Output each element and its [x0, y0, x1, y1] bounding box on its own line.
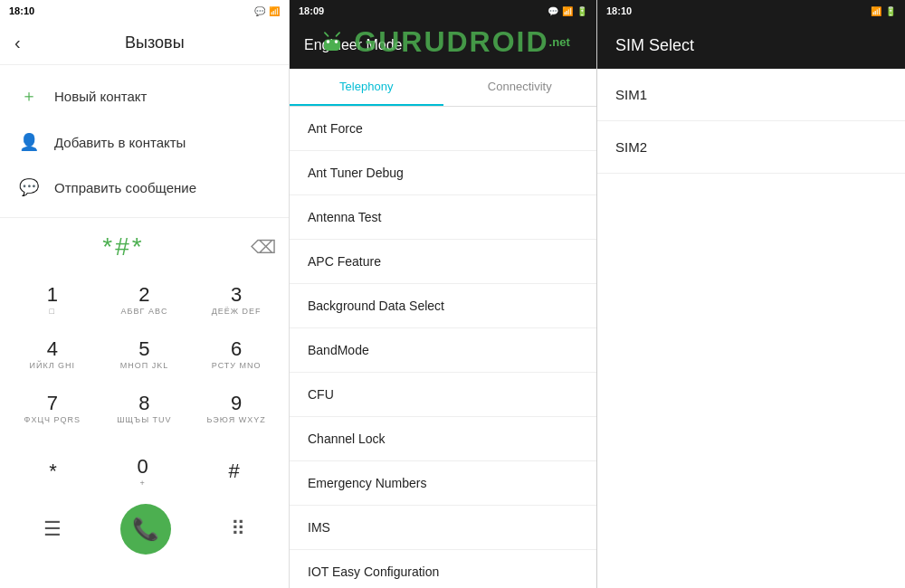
back-button[interactable]: ‹	[14, 33, 21, 53]
battery-icon3: 🔋	[885, 6, 896, 16]
list-item[interactable]: Antenna Test	[290, 195, 596, 240]
dial-key-3[interactable]: 3 ДЕЁЖ DEF	[193, 276, 280, 325]
dial-key-star[interactable]: *	[43, 452, 62, 492]
list-item[interactable]: CFU	[290, 373, 596, 417]
menu-icon[interactable]: ☰	[34, 508, 71, 550]
calls-status-time: 18:10	[9, 5, 34, 16]
signal-icon: 📶	[269, 6, 280, 16]
engineer-title: Engineer Mode	[304, 37, 403, 53]
calls-title: Вызовы	[35, 33, 274, 52]
dial-key-hash[interactable]: #	[223, 452, 244, 492]
list-item[interactable]: Ant Force	[290, 107, 596, 151]
sim-panel: 18:10 📶 🔋 SIM Select SIM1 SIM2	[597, 0, 905, 588]
list-item[interactable]: Channel Lock	[290, 417, 596, 461]
list-item[interactable]: IOT Easy Configuration	[290, 550, 596, 588]
dial-key-4[interactable]: 4 ИЙКЛ GHI	[9, 330, 96, 379]
signal-icon3: 📶	[871, 6, 881, 16]
contacts-grid-icon[interactable]: ⠿	[222, 508, 254, 550]
list-item[interactable]: Ant Tuner Debug	[290, 151, 596, 195]
sim2-item[interactable]: SIM2	[597, 121, 905, 174]
whatsapp-icon: 💬	[254, 6, 265, 16]
send-message-item[interactable]: 💬 Отправить сообщение	[0, 165, 289, 210]
message-icon: 💬	[18, 177, 40, 197]
sim-list: SIM1 SIM2	[597, 69, 905, 588]
dial-key-7[interactable]: 7 ФХЦЧ PQRS	[9, 384, 96, 433]
backspace-button[interactable]: ⌫	[247, 232, 280, 261]
engineer-panel: GURUDROID .net 18:09 💬 📶 🔋 Engineer Mode…	[290, 0, 597, 588]
list-item[interactable]: Background Data Select	[290, 284, 596, 328]
calls-menu: ＋ Новый контакт 👤 Добавить в контакты 💬 …	[0, 65, 289, 218]
dial-input-row: *#* ⌫	[9, 232, 280, 261]
list-item[interactable]: BandMode	[290, 328, 596, 373]
sim-status-bar: 18:10 📶 🔋	[597, 0, 905, 22]
person-icon: 👤	[18, 132, 40, 152]
dial-key-2[interactable]: 2 АБВГ ABC	[101, 276, 188, 325]
engineer-status-bar: 18:09 💬 📶 🔋	[290, 0, 596, 22]
list-item[interactable]: IMS	[290, 506, 596, 550]
sim-header: SIM Select	[597, 22, 905, 69]
engineer-tab-bar: Telephony Connectivity	[290, 69, 596, 107]
engineer-list: Ant Force Ant Tuner Debug Antenna Test A…	[290, 107, 596, 588]
dialpad-grid: 1 □ 2 АБВГ ABC 3 ДЕЁЖ DEF 4 ИЙКЛ GHI 5 М…	[9, 276, 280, 433]
new-contact-item[interactable]: ＋ Новый контакт	[0, 72, 289, 119]
calls-header: ‹ Вызовы	[0, 22, 289, 65]
sim1-item[interactable]: SIM1	[597, 69, 905, 121]
dial-key-0[interactable]: 0 +	[132, 448, 154, 497]
sim-title: SIM Select	[615, 36, 694, 55]
calls-status-bar: 18:10 💬 📶	[0, 0, 289, 22]
dialpad-bottom-row: * 0 + #	[9, 448, 280, 497]
sim-status-time: 18:10	[606, 5, 632, 16]
add-to-contacts-item[interactable]: 👤 Добавить в контакты	[0, 119, 289, 165]
dial-key-6[interactable]: 6 РСТУ MNO	[193, 330, 280, 379]
tab-telephony[interactable]: Telephony	[290, 69, 443, 106]
battery-icon: 🔋	[576, 6, 587, 16]
add-icon: ＋	[18, 85, 40, 107]
calls-panel: 18:10 💬 📶 ‹ Вызовы ＋ Новый контакт 👤 Доб…	[0, 0, 290, 588]
signal-bars-icon: 📶	[562, 6, 573, 16]
send-message-label: Отправить сообщение	[54, 180, 196, 195]
engineer-status-icons: 💬 📶 🔋	[548, 6, 587, 16]
dial-key-5[interactable]: 5 МНОП JKL	[101, 330, 188, 379]
bottom-action-row: ☰ 📞 ⠿	[9, 504, 280, 555]
dial-key-1[interactable]: 1 □	[9, 276, 96, 325]
dial-key-8[interactable]: 8 ШЩЪЫ TUV	[101, 384, 188, 433]
sim-status-icons: 📶 🔋	[871, 6, 896, 16]
dialpad-area: *#* ⌫ 1 □ 2 АБВГ ABC 3 ДЕЁЖ DEF 4 ИЙКЛ G…	[0, 218, 289, 588]
add-contacts-label: Добавить в контакты	[54, 135, 186, 150]
engineer-header: Engineer Mode	[290, 22, 596, 69]
dial-key-9[interactable]: 9 ЬЭЮЯ WXYZ	[193, 384, 280, 433]
tab-connectivity[interactable]: Connectivity	[443, 69, 597, 106]
list-item[interactable]: Emergency Numbers	[290, 461, 596, 506]
dial-display: *#*	[9, 232, 238, 261]
list-item[interactable]: APC Feature	[290, 240, 596, 284]
new-contact-label: Новый контакт	[54, 89, 147, 104]
call-button[interactable]: 📞	[120, 504, 171, 555]
engineer-status-time: 18:09	[299, 5, 324, 16]
calls-status-icons: 💬 📶	[254, 6, 280, 16]
whatsapp-icon2: 💬	[548, 6, 558, 16]
